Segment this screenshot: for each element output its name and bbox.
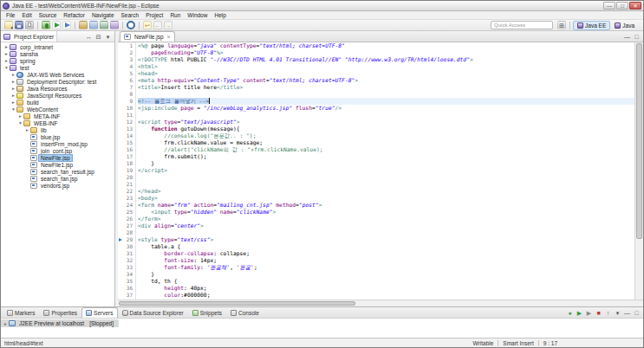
menu-edit[interactable]: Edit [18, 12, 35, 18]
stop-server-icon[interactable] [595, 309, 602, 317]
perspective-java[interactable]: Java [610, 21, 639, 30]
tree-item-WEB-INF[interactable]: ▾WEB-INF [1, 119, 114, 126]
tree-item-Java Resources[interactable]: ▸Java Resources [1, 85, 114, 92]
maximize-editor-icon[interactable] [633, 33, 641, 41]
menu-run[interactable]: Run [166, 12, 184, 18]
editor-tab-newfile-jsp[interactable]: NewFile.jsp × [120, 31, 175, 42]
server-item[interactable]: ▸ J2EE Preview at localhost [Stopped] [1, 319, 119, 327]
tree-item-join_cont.jsp[interactable]: join_cont.jsp [1, 147, 114, 154]
toolbar-separator [122, 22, 123, 29]
collapsed-twisty-icon[interactable]: ▸ [10, 78, 16, 85]
tree-item-spring[interactable]: ▸spring [1, 57, 114, 64]
maximize-button[interactable]: □ [616, 2, 628, 10]
profile-server-icon[interactable] [585, 309, 593, 317]
quick-access-input[interactable] [491, 21, 553, 29]
menu-project[interactable]: Project [142, 12, 166, 18]
collapsed-twisty-icon[interactable]: ▸ [3, 43, 10, 50]
debug-server-icon[interactable] [566, 309, 574, 317]
tree-item-Deployment Descriptor: test[interactable]: ▸Deployment Descriptor: test [1, 78, 114, 85]
line-number-ruler[interactable]: 1234567891011121314151617181920212223242… [118, 42, 136, 300]
tree-item-JAX-WS Web Services[interactable]: ▸JAX-WS Web Services [1, 71, 114, 78]
tree-item-WebContent[interactable]: ▾WebContent [1, 106, 114, 113]
menu-help[interactable]: Help [211, 12, 229, 18]
tree-item-corp_intranet[interactable]: ▸corp_intranet [1, 43, 114, 50]
debug-icon[interactable] [42, 21, 50, 29]
menu-navigate[interactable]: Navigate [88, 12, 118, 18]
horizontal-scrollbar-thumb[interactable] [119, 301, 355, 306]
project-explorer-tab[interactable]: Project Explorer [1, 31, 57, 42]
minimize-editor-icon[interactable] [623, 33, 631, 41]
tab-properties[interactable]: Properties [39, 307, 81, 318]
tree-item-sansha[interactable]: ▸sansha [1, 50, 114, 57]
tree-item-blue.jsp[interactable]: blue.jsp [1, 133, 114, 140]
editor-vertical-scrollbar[interactable] [634, 42, 643, 300]
tree-item-lib[interactable]: ▸lib [1, 126, 114, 133]
publish-icon[interactable] [604, 309, 612, 317]
servers-view[interactable]: ▸ J2EE Preview at localhost [Stopped] [1, 319, 643, 338]
close-tab-icon[interactable]: × [167, 34, 171, 40]
collapsed-twisty-icon[interactable]: ▸ [10, 92, 16, 99]
new-jsp-icon[interactable] [110, 21, 119, 29]
new-wizard-icon[interactable] [4, 21, 13, 29]
view-menu-icon[interactable] [104, 33, 112, 41]
last-edit-location-icon[interactable] [143, 21, 152, 29]
tree-item-search_fan.jsp[interactable]: search_fan.jsp [1, 175, 114, 182]
run-icon[interactable] [52, 21, 61, 29]
tree-item-NewFile.jsp[interactable]: NewFile.jsp [1, 154, 114, 161]
minimize-button[interactable]: — [603, 2, 615, 10]
tree-item-NewFile1.jsp[interactable]: NewFile1.jsp [1, 161, 114, 168]
save-icon[interactable] [15, 21, 23, 29]
collapsed-twisty-icon[interactable]: ▸ [10, 85, 16, 92]
tree-item-test[interactable]: ▾test [1, 64, 114, 71]
print-icon[interactable] [25, 21, 34, 29]
menu-refactor[interactable]: Refactor [60, 12, 88, 18]
collapsed-twisty-icon[interactable]: ▸ [10, 99, 16, 106]
close-button[interactable]: ✕ [629, 2, 641, 10]
new-project-icon[interactable] [79, 21, 88, 29]
search-icon[interactable] [127, 21, 135, 29]
start-server-icon[interactable] [576, 309, 583, 317]
tree-item-build[interactable]: ▸build [1, 99, 114, 106]
code-area[interactable]: <%@ page language="java" contentType="te… [136, 42, 634, 300]
collapse-all-icon[interactable] [94, 33, 102, 41]
collapsed-twisty-icon[interactable]: ▸ [3, 320, 9, 327]
expanded-twisty-icon[interactable]: ▾ [10, 106, 16, 113]
tab-markers[interactable]: Markers [3, 307, 39, 318]
new-html-icon[interactable] [100, 21, 108, 29]
tree-item-META-INF[interactable]: ▸META-INF [1, 113, 114, 119]
editor-horizontal-scrollbar[interactable] [118, 300, 643, 306]
menu-search[interactable]: Search [118, 12, 143, 18]
tree-item-insertFrm_mod.jsp[interactable]: insertFrm_mod.jsp [1, 140, 114, 147]
link-with-editor-icon[interactable] [85, 33, 93, 41]
tab-console[interactable]: Console [226, 307, 263, 318]
view-menu-icon[interactable] [614, 309, 621, 317]
project-tree[interactable]: ▸corp_intranet▸sansha▸spring▾test▸JAX-WS… [1, 42, 114, 306]
new-servlet-icon[interactable] [89, 21, 98, 29]
perspective-java-ee[interactable]: Java EE [573, 21, 610, 30]
menu-source[interactable]: Source [36, 12, 61, 18]
collapsed-twisty-icon[interactable]: ▸ [10, 71, 16, 78]
vertical-scrollbar-thumb[interactable] [636, 43, 642, 239]
tab-servers[interactable]: Servers [81, 307, 117, 318]
collapsed-twisty-icon[interactable]: ▸ [3, 50, 10, 57]
back-icon[interactable] [153, 21, 162, 29]
tree-item-JavaScript Resources[interactable]: ▸JavaScript Resources [1, 92, 114, 99]
line-number: 30 [118, 243, 135, 250]
tab-data-source[interactable]: Data Source Explorer [118, 307, 188, 318]
forward-icon[interactable] [164, 21, 172, 29]
tree-item-search_fan_result.jsp[interactable]: search_fan_result.jsp [1, 168, 114, 175]
menu-window[interactable]: Window [184, 12, 211, 18]
menu-file[interactable]: File [3, 12, 18, 18]
titlebar[interactable]: Java EE - test/WebContent/WEB-INF/NewFil… [1, 1, 643, 11]
expanded-twisty-icon[interactable]: ▾ [3, 64, 10, 71]
maximize-panel-icon[interactable] [633, 309, 641, 317]
expanded-twisty-icon[interactable]: ▾ [17, 119, 23, 126]
collapsed-twisty-icon[interactable]: ▸ [17, 113, 23, 119]
open-perspective-icon[interactable] [557, 21, 566, 29]
collapsed-twisty-icon[interactable]: ▸ [3, 57, 10, 64]
minimize-panel-icon[interactable] [623, 309, 631, 317]
tab-snippets[interactable]: Snippets [188, 307, 226, 318]
collapsed-twisty-icon[interactable]: ▸ [24, 126, 30, 133]
external-tools-icon[interactable] [62, 21, 71, 29]
tree-item-vendors.jsp[interactable]: vendors.jsp [1, 182, 114, 189]
